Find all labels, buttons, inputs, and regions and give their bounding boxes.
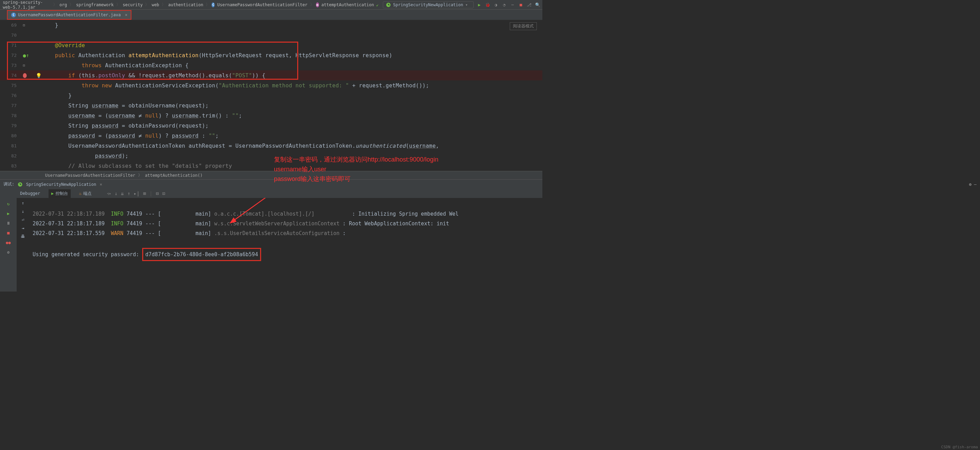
print-icon[interactable]: 🖶	[21, 234, 25, 239]
breadcrumb: spring-security-web-5.7.1.jar 〉 org 〉 sp…	[2, 0, 374, 10]
step-over-icon[interactable]: ⤼	[107, 191, 111, 196]
frames-icon[interactable]: ⊟	[156, 191, 159, 196]
line-number: 76	[0, 93, 21, 98]
code-line: if (this.postOnly && !request.getMethod(…	[41, 72, 265, 79]
class-icon: C	[11, 13, 16, 17]
toolbar-right: ↙ SpringSecurityNewApplication ▾ ▶ 🐞 ◑ ◔…	[374, 2, 540, 8]
code-line: throw new AuthenticationServiceException…	[41, 83, 429, 89]
spring-leaf-icon	[18, 182, 22, 187]
debug-tab-endpoints[interactable]: ♨ 端点	[76, 189, 94, 198]
coverage-icon[interactable]: ◑	[493, 2, 499, 8]
debug-step-toolbar: ⤼ ↓ ⇊ ↑ ▸| ⊞ | ⊟ ⊡	[107, 191, 165, 196]
profile-icon[interactable]: ◔	[501, 2, 507, 8]
debug-tab-debugger[interactable]: Debugger	[18, 190, 43, 197]
resume-icon[interactable]: ▶	[5, 210, 11, 217]
chevron-right-icon: 〉	[53, 2, 57, 8]
method-icon: m	[316, 2, 319, 7]
debug-session-name[interactable]: SpringSecurityNewApplication	[26, 182, 96, 187]
run-icon[interactable]: ▶	[476, 2, 482, 8]
evaluate-icon[interactable]: ⊞	[143, 191, 146, 196]
code-line: UsernamePasswordAuthenticationToken auth…	[41, 143, 439, 149]
back-arrow-icon[interactable]: ↙	[374, 2, 380, 8]
debug-panel-header: 调试: SpringSecurityNewApplication × ⚙ —	[0, 179, 542, 189]
close-icon[interactable]: ×	[100, 182, 102, 187]
breadcrumb-springframework[interactable]: springframework	[75, 2, 114, 7]
file-tab-active[interactable]: C UsernamePasswordAuthenticationFilter.j…	[7, 10, 131, 20]
line-number: 81	[0, 143, 21, 148]
chevron-down-icon: ▾	[465, 2, 468, 7]
fold-icon[interactable]: ⊟	[23, 64, 25, 67]
fold-icon[interactable]: ⊟	[23, 23, 25, 27]
search-icon[interactable]: 🔍	[535, 2, 540, 8]
debug-label: 调试:	[3, 181, 14, 187]
step-into-icon[interactable]: ↓	[115, 191, 117, 196]
line-number: 74	[0, 73, 21, 78]
git-icon[interactable]: ⎇	[527, 2, 532, 8]
footer-class[interactable]: UsernamePasswordAuthenticationFilter	[45, 173, 135, 178]
override-gutter-icon[interactable]: ●↑	[23, 52, 29, 59]
ellipsis-icon[interactable]: ⋯	[510, 2, 515, 8]
run-to-cursor-icon[interactable]: ▸|	[134, 191, 140, 196]
code-line: username = (username ≠ null) ? username.…	[41, 113, 242, 119]
code-line: String username = obtainUsername(request…	[41, 103, 209, 109]
generated-password-box: d7d87fcb-2b76-480d-8ee0-af2b08a6b594	[142, 248, 261, 261]
code-line: public Authentication attemptAuthenticat…	[41, 52, 392, 59]
debug-left-toolbar: ↻ ▶ ⏸ ■ ●● ⊘	[0, 198, 17, 291]
breadcrumb-class[interactable]: UsernamePasswordAuthenticationFilter	[216, 2, 308, 7]
down-arrow-icon[interactable]: ↓	[22, 209, 24, 214]
breakpoint-icon[interactable]	[23, 73, 27, 78]
pause-icon[interactable]: ⏸	[5, 220, 11, 226]
force-step-into-icon[interactable]: ⇊	[121, 191, 124, 196]
file-tab-filename: UsernamePasswordAuthenticationFilter.jav…	[18, 13, 121, 17]
breadcrumb-jar[interactable]: spring-security-web-5.7.1.jar	[2, 0, 51, 10]
editor-footer-breadcrumb: UsernamePasswordAuthenticationFilter 〉 a…	[0, 171, 542, 179]
code-line: }	[41, 92, 72, 99]
up-arrow-icon[interactable]: ↑	[22, 201, 24, 205]
code-line: String password = obtainPassword(request…	[41, 123, 209, 129]
stop-icon[interactable]: ■	[518, 2, 523, 8]
debug-icon[interactable]: 🐞	[485, 2, 490, 8]
breadcrumb-security[interactable]: security	[122, 2, 143, 7]
code-line: throws AuthenticationException {	[41, 62, 189, 68]
mute-breakpoints-icon[interactable]: ⊘	[5, 249, 11, 256]
debug-tab-console[interactable]: ▶ 控制台	[49, 189, 71, 198]
breadcrumb-method[interactable]: attemptAuthentication	[321, 2, 375, 7]
threads-icon[interactable]: ⊡	[162, 191, 165, 196]
line-number: 80	[0, 133, 21, 138]
view-breakpoints-icon[interactable]: ●●	[5, 240, 11, 246]
lightbulb-icon[interactable]: 💡	[36, 73, 41, 78]
code-line: @Override	[41, 42, 85, 49]
breadcrumb-web[interactable]: web	[151, 2, 160, 7]
close-icon[interactable]: ×	[125, 13, 127, 17]
flame-icon: ♨	[79, 191, 81, 196]
breadcrumb-org[interactable]: org	[59, 2, 68, 7]
console-left-toolbar: ↑ ↓ ⏎ ⇥ 🖶	[17, 198, 29, 291]
line-number: 79	[0, 123, 21, 128]
code-editor[interactable]: 阅读器模式 69 ⊟ } 70 71 @Override 72 ●↑ publi…	[0, 20, 542, 171]
line-number: 75	[0, 83, 21, 88]
chevron-right-icon: 〉	[162, 2, 166, 8]
file-tabs-bar: C UsernamePasswordAuthenticationFilter.j…	[0, 10, 542, 20]
generated-password-value: d7d87fcb-2b76-480d-8ee0-af2b08a6b594	[145, 251, 258, 258]
line-number: 83	[0, 163, 21, 169]
soft-wrap-icon[interactable]: ⏎	[22, 217, 24, 222]
line-number: 69	[0, 22, 21, 28]
breadcrumb-authentication[interactable]: authentication	[167, 2, 204, 7]
rerun-icon[interactable]: ↻	[5, 201, 11, 207]
chevron-right-icon: 〉	[69, 2, 73, 8]
class-icon: C	[212, 2, 215, 7]
scroll-to-end-icon[interactable]: ⇥	[22, 226, 24, 231]
reader-mode-button[interactable]: 阅读器模式	[510, 22, 537, 30]
line-number: 78	[0, 113, 21, 118]
line-number: 73	[0, 63, 21, 68]
console-output[interactable]: 2022-07-31 22:18:17.189 INFO 74419 --- […	[29, 198, 542, 291]
chevron-right-icon: 〉	[138, 172, 142, 178]
step-out-icon[interactable]: ↑	[127, 191, 130, 196]
code-line: password = (password ≠ null) ? password …	[41, 133, 219, 139]
line-number: 72	[0, 53, 21, 58]
stop-icon[interactable]: ■	[5, 230, 11, 236]
chevron-right-icon: 〉	[310, 2, 314, 8]
run-config-select[interactable]: SpringSecurityNewApplication ▾	[383, 2, 474, 8]
footer-method[interactable]: attemptAuthentication()	[145, 173, 202, 178]
line-number: 71	[0, 43, 21, 48]
